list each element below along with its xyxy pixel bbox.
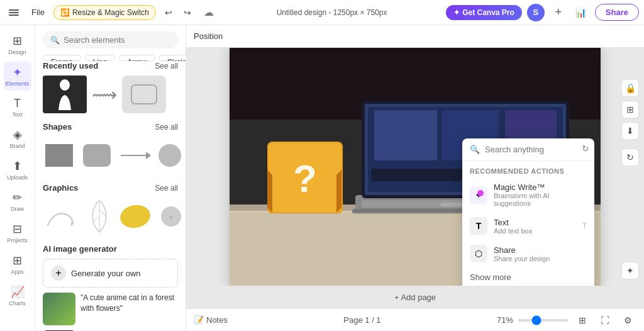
bottom-bar: 📝 Notes Page 1 / 1 71% ⊞ ⛶ ⚙: [186, 308, 644, 331]
draw-icon: ✏: [13, 191, 22, 205]
search-input[interactable]: [64, 35, 170, 45]
analytics-button[interactable]: 📊: [572, 4, 590, 21]
resize-label: Resize & Magic Switch: [72, 8, 149, 17]
svg-text:›: ›: [170, 213, 172, 222]
search-panel: ↻ 🔍 Recommended actions ✦: [462, 138, 594, 286]
recent-item-rounded-rect[interactable]: [122, 76, 166, 113]
file-menu-button[interactable]: File: [26, 5, 50, 20]
uploads-icon: ⬆: [13, 159, 22, 173]
sidebar-item-draw-label: Draw: [11, 206, 24, 212]
magic-dot: [477, 190, 484, 196]
svg-marker-8: [146, 152, 151, 159]
magic-write-text: Magic Write™ Brainstorm with AI suggesti…: [494, 182, 587, 207]
filter-line[interactable]: Line: [85, 55, 116, 61]
add-collaborator-button[interactable]: +: [550, 4, 567, 21]
notes-area[interactable]: 📝 Notes: [194, 315, 228, 325]
svg-rect-0: [9, 9, 19, 11]
sidebar-item-draw[interactable]: ✏ Draw: [4, 187, 31, 216]
zoom-slider[interactable]: [518, 319, 569, 322]
canvas-frame[interactable]: ? ↻ 🔍 Re: [230, 48, 601, 286]
text-item-subtitle: Add text box: [494, 227, 576, 235]
icon-sidebar: ⊞ Design ✦ Elements T Text ◈ Brand ⬆ Upl…: [0, 25, 35, 331]
elements-icon: ✦: [13, 65, 22, 79]
graphic-leaf[interactable]: [86, 198, 113, 235]
canvas-lock-button[interactable]: 🔒: [621, 79, 639, 97]
svg-rect-4: [131, 85, 157, 104]
recent-item-silhouette[interactable]: [43, 76, 87, 113]
canvas-refresh-button[interactable]: ↻: [621, 149, 639, 166]
shape-arrow-line[interactable]: [118, 137, 151, 174]
add-page-button[interactable]: + Add page: [394, 293, 436, 302]
graphics-see-all[interactable]: See all: [155, 184, 178, 193]
canvas-right-actions: 🔒 ⊞ ⬇ ↻ ✦: [621, 79, 639, 166]
sidebar-item-apps[interactable]: ⊞ Apps: [4, 250, 31, 279]
svg-rect-6: [83, 144, 111, 167]
canva-pro-label: Get Canva Pro: [462, 8, 514, 17]
sidebar-item-elements[interactable]: ✦ Elements: [4, 62, 31, 91]
sidebar-item-brand[interactable]: ◈ Brand: [4, 124, 31, 153]
search-panel-input-area[interactable]: 🔍: [462, 138, 594, 161]
show-more-button[interactable]: Show more: [462, 267, 519, 286]
shape-rounded-rect[interactable]: [80, 137, 113, 174]
ai-section: AI image generator + Generate your own "…: [35, 244, 186, 331]
panel-item-magic-write[interactable]: ✦ Magic Write™ Brainstorm with AI sugges…: [462, 177, 594, 212]
sidebar-item-design[interactable]: ⊞ Design: [4, 30, 31, 59]
undo-button[interactable]: ↩: [160, 4, 177, 21]
panel-item-text[interactable]: T Text Add text box T: [462, 212, 594, 240]
panel-item-share[interactable]: ⬡ Share Share your design: [462, 240, 594, 267]
sidebar-item-uploads[interactable]: ⬆ Uploads: [4, 155, 31, 184]
cloud-save-button[interactable]: ☁: [200, 4, 218, 21]
svg-rect-2: [9, 14, 19, 16]
shape-circle[interactable]: [156, 137, 184, 174]
shape-square[interactable]: [43, 137, 75, 174]
apps-icon: ⊞: [13, 254, 22, 267]
avatar[interactable]: S: [527, 4, 545, 21]
ai-prompt-1[interactable]: "A cute anime cat in a forest with flowe…: [43, 293, 178, 325]
ai-generate-button[interactable]: + Generate your own: [43, 259, 178, 288]
sidebar-item-charts-label: Charts: [9, 300, 26, 306]
sidebar-item-uploads-label: Uploads: [7, 174, 28, 181]
resize-magic-switch-button[interactable]: 🔁 Resize & Magic Switch: [53, 5, 156, 20]
graphics-grid: ›: [43, 198, 178, 235]
canvas-magic-button[interactable]: ✦: [621, 262, 639, 279]
hamburger-button[interactable]: [5, 4, 23, 21]
add-page-bar: + Add page: [186, 286, 644, 308]
graphic-more[interactable]: ›: [157, 198, 185, 235]
shapes-section: Shapes See all: [35, 122, 186, 183]
filter-circle[interactable]: Circle: [159, 55, 186, 61]
recently-used-grid: ⟿: [43, 76, 178, 113]
search-panel-input[interactable]: [485, 145, 587, 154]
sidebar-item-charts[interactable]: 📈 Charts: [4, 281, 31, 310]
text-symbol: T: [476, 221, 482, 231]
sidebar-item-text-label: Text: [12, 111, 23, 118]
recently-used-see-all[interactable]: See all: [155, 62, 178, 70]
graphic-swirl[interactable]: [43, 198, 80, 235]
sidebar-item-text[interactable]: T Text: [4, 93, 31, 121]
share-button[interactable]: Share: [595, 4, 639, 21]
svg-marker-29: [267, 170, 272, 213]
document-title: Untitled design - 1250px × 750px: [277, 8, 387, 17]
recently-used-section: Recently used See all ⟿: [35, 61, 186, 122]
canvas-bg: ? ↻ 🔍 Re: [230, 48, 601, 286]
sidebar-item-projects[interactable]: ⊟ Projects: [4, 218, 31, 247]
filter-arrow[interactable]: Arrow: [119, 55, 155, 61]
svg-point-3: [60, 79, 70, 91]
search-input-wrap[interactable]: 🔍: [43, 31, 178, 48]
grid-view-button[interactable]: ⊞: [574, 311, 591, 329]
sidebar-item-apps-label: Apps: [11, 269, 24, 275]
canvas-grid-button[interactable]: ⊞: [621, 101, 639, 118]
charts-icon: 📈: [11, 285, 25, 299]
filter-frame[interactable]: Frame: [43, 55, 81, 61]
get-canva-pro-button[interactable]: ✦ Get Canva Pro: [446, 5, 522, 20]
canvas-content[interactable]: ? ↻ 🔍 Re: [186, 48, 644, 286]
redo-button[interactable]: ↪: [179, 4, 196, 21]
graphic-blob[interactable]: [118, 198, 152, 235]
text-item-text: Text Add text box: [494, 218, 576, 235]
canvas-download-button[interactable]: ⬇: [621, 122, 639, 140]
notes-icon: 📝: [194, 315, 204, 325]
text-icon: T: [14, 97, 21, 110]
settings-button[interactable]: ⚙: [619, 311, 636, 329]
shapes-see-all[interactable]: See all: [155, 123, 178, 132]
fullscreen-button[interactable]: ⛶: [596, 311, 614, 329]
refresh-button[interactable]: ↻: [582, 143, 589, 154]
